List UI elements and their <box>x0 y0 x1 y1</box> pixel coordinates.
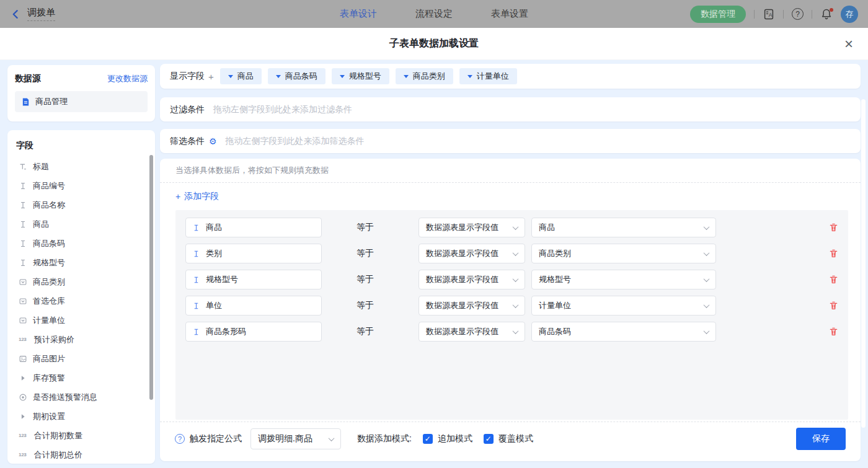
trigger-formula-dropdown[interactable]: 调拨明细.商品 <box>250 428 341 449</box>
filter-condition-card: 过滤条件 拖动左侧字段到此处来添加过滤条件 <box>160 97 861 121</box>
add-display-field-icon[interactable]: + <box>208 71 214 82</box>
modal-scrollbar[interactable] <box>861 99 866 428</box>
rule-row: 类别 等于 数据源表显示字段值 商品类别 <box>185 244 838 263</box>
save-button[interactable]: 保存 <box>796 428 846 450</box>
tab-form-design[interactable]: 表单设计 <box>340 8 377 20</box>
gear-icon[interactable]: ⚙ <box>209 136 217 146</box>
target-field-box[interactable]: 规格型号 <box>185 270 322 289</box>
data-manage-button[interactable]: 数据管理 <box>690 6 746 23</box>
fill-rules-card: 当选择具体数据后，将按如下规则填充数据 + 添加字段 商品 等于 数据源表显示字… <box>160 159 861 461</box>
delete-rule-icon[interactable] <box>829 249 838 258</box>
target-field-box[interactable]: 单位 <box>185 296 322 316</box>
display-fields-card: 显示字段 + 商品 商品条码 规格型号 商品类别 计量单位 <box>160 64 861 89</box>
source-field-value: 计量单位 <box>539 300 571 311</box>
field-item-label: 合计期初数量 <box>34 430 82 441</box>
back-icon[interactable] <box>10 9 21 20</box>
datasource-item[interactable]: 商品管理 <box>15 91 148 112</box>
help-icon[interactable]: ? <box>792 8 804 20</box>
display-field-tag[interactable]: 商品类别 <box>396 68 453 84</box>
modal-footer: ? 触发指定公式 调拨明细.商品 数据添加模式: ✓ 追加模式 ✓ 覆盖模式 保… <box>160 422 861 456</box>
source-field-dropdown[interactable]: 商品类别 <box>531 244 716 263</box>
target-field-box[interactable]: 商品 <box>185 218 322 237</box>
source-type-dropdown[interactable]: 数据源表显示字段值 <box>418 322 525 342</box>
field-item[interactable]: 123预计采购价 <box>7 330 155 349</box>
field-item-label: 商品条码 <box>33 238 65 249</box>
field-item[interactable]: 标题 <box>7 157 155 176</box>
source-type-dropdown[interactable]: 数据源表显示字段值 <box>418 244 525 263</box>
field-item[interactable]: 规格型号 <box>7 253 155 272</box>
field-item-label: 商品类别 <box>33 276 65 288</box>
modal-header: 子表单数据加载设置 × <box>0 28 868 60</box>
tag-label: 计量单位 <box>477 71 509 82</box>
field-item[interactable]: 商品编号 <box>7 176 155 195</box>
display-field-tag[interactable]: 商品 <box>220 68 262 84</box>
field-item-label: 期初设置 <box>33 411 65 422</box>
source-type-dropdown[interactable]: 数据源表显示字段值 <box>418 270 525 289</box>
append-mode-checkbox[interactable]: ✓ <box>423 434 433 444</box>
source-field-dropdown[interactable]: 规格型号 <box>531 270 716 289</box>
fields-scrollbar[interactable] <box>149 155 153 400</box>
source-field-dropdown[interactable]: 商品条码 <box>531 322 716 342</box>
select-icon <box>19 297 27 306</box>
delete-rule-icon[interactable] <box>829 301 838 311</box>
screen-condition-dropzone[interactable]: 拖动左侧字段到此处来添加筛选条件 <box>226 136 365 147</box>
field-item[interactable]: 是否推送预警消息 <box>7 387 155 407</box>
display-field-tags: 商品 商品条码 规格型号 商品类别 计量单位 <box>220 68 517 84</box>
avatar[interactable]: 存 <box>841 6 858 23</box>
help-icon[interactable]: ? <box>175 434 185 444</box>
field-item[interactable]: 首选仓库 <box>7 291 155 311</box>
manual-icon[interactable]: A <box>763 8 775 20</box>
field-item[interactable]: 商品类别 <box>7 272 155 291</box>
delete-rule-icon[interactable] <box>829 223 838 232</box>
text-icon <box>192 276 200 284</box>
tab-form-settings[interactable]: 表单设置 <box>491 8 528 20</box>
change-datasource-link[interactable]: 更改数据源 <box>107 73 148 84</box>
back-group[interactable]: 调拨单 <box>10 7 55 21</box>
field-item-label: 商品图片 <box>33 353 65 364</box>
divider <box>754 10 755 19</box>
field-item[interactable]: 商品名称 <box>7 195 155 214</box>
field-item[interactable]: 123合计期初总价 <box>7 445 155 464</box>
source-field-dropdown[interactable]: 商品 <box>531 218 716 237</box>
rule-row: 规格型号 等于 数据源表显示字段值 规格型号 <box>185 270 838 289</box>
field-item-label: 计量单位 <box>33 315 65 326</box>
source-field-value: 商品条码 <box>539 326 571 337</box>
target-field-box[interactable]: 商品条形码 <box>185 322 322 342</box>
fill-rules-header: 当选择具体数据后，将按如下规则填充数据 <box>160 159 861 183</box>
text-icon <box>192 302 200 310</box>
target-field-box[interactable]: 类别 <box>185 244 322 263</box>
field-item[interactable]: 商品 <box>7 214 155 234</box>
field-item[interactable]: 商品条码 <box>7 234 155 253</box>
datasource-title: 数据源 <box>15 73 41 84</box>
field-item[interactable]: 123合计期初数量 <box>7 426 155 445</box>
field-item-label: 商品名称 <box>33 200 65 211</box>
number-icon: 123 <box>19 452 29 457</box>
source-type-dropdown[interactable]: 数据源表显示字段值 <box>418 218 525 237</box>
caret-down-icon <box>228 75 233 78</box>
add-field-link[interactable]: + 添加字段 <box>175 191 219 202</box>
screen-condition-card: 筛选条件 ⚙ 拖动左侧字段到此处来添加筛选条件 <box>160 129 861 153</box>
form-name[interactable]: 调拨单 <box>27 7 55 21</box>
rule-row: 单位 等于 数据源表显示字段值 计量单位 <box>185 296 838 316</box>
filter-condition-dropzone[interactable]: 拖动左侧字段到此处来添加过滤条件 <box>213 104 352 115</box>
data-add-mode-label: 数据添加模式: <box>357 433 412 444</box>
delete-rule-icon[interactable] <box>829 327 838 337</box>
delete-rule-icon[interactable] <box>829 275 838 285</box>
source-type-dropdown[interactable]: 数据源表显示字段值 <box>418 296 525 316</box>
display-field-tag[interactable]: 规格型号 <box>332 68 389 84</box>
notifications-bell-icon[interactable] <box>820 8 833 20</box>
source-field-dropdown[interactable]: 计量单位 <box>531 296 716 316</box>
tab-process-setting[interactable]: 流程设定 <box>415 8 453 20</box>
overwrite-mode-checkbox[interactable]: ✓ <box>484 434 494 444</box>
field-item[interactable]: 计量单位 <box>7 311 155 330</box>
select-icon <box>19 316 27 325</box>
chevron-down-icon <box>513 250 519 256</box>
close-icon[interactable]: × <box>844 37 853 51</box>
display-field-tag[interactable]: 商品条码 <box>268 68 326 84</box>
tag-label: 商品条码 <box>285 71 317 82</box>
field-item[interactable]: 商品图片 <box>7 349 155 368</box>
title-icon <box>19 162 27 171</box>
field-item[interactable]: 期初设置 <box>7 407 155 426</box>
display-field-tag[interactable]: 计量单位 <box>459 68 517 84</box>
field-item[interactable]: 库存预警 <box>7 368 155 387</box>
